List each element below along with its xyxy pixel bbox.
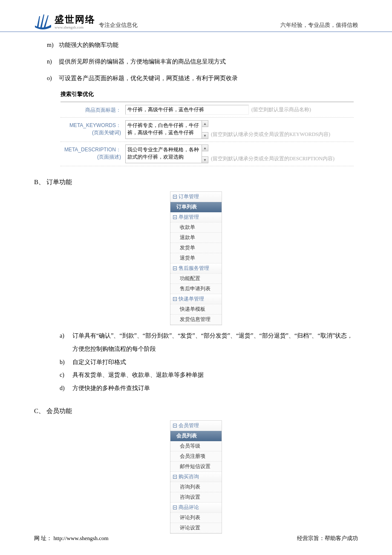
collapse-icon <box>173 297 177 301</box>
list-text: 功能强大的购物车功能 <box>59 40 358 49</box>
scroll-up-icon[interactable]: ▲ <box>202 145 208 151</box>
scroll-down-icon[interactable]: ▼ <box>202 132 208 139</box>
logo-text: 盛世网络 www.shengsh.com <box>55 13 95 29</box>
collapse-icon <box>173 215 177 219</box>
collapse-icon <box>173 424 177 428</box>
collapse-icon <box>173 266 177 270</box>
list-text: 订单具有“确认”、“到款”、“部分到款”、“发货”、“部分发货”、“退货”、“部… <box>72 330 358 356</box>
list-item: m)功能强大的购物车功能 <box>47 40 358 49</box>
menu-item[interactable]: 退货单 <box>170 253 222 263</box>
list-item: o)可设置各产品页面的标题，优化关键词，网页描述，有利于网页收录 <box>47 74 358 83</box>
menu-group-label: 快递单管理 <box>179 295 204 303</box>
order-menu-panel: 订单管理订单列表单据管理收款单退款单发货单退货单售后服务管理功能配置售后申请列表… <box>170 191 222 325</box>
menu-item[interactable]: 功能配置 <box>170 274 222 284</box>
menu-group[interactable]: 商品评论 <box>170 503 222 513</box>
menu-group[interactable]: 会员管理 <box>170 421 222 431</box>
menu-group-label: 购买咨询 <box>179 473 199 480</box>
seo-label: META_KEYWORDS：(页面关键词) <box>61 120 125 136</box>
list-marker: n) <box>47 57 59 66</box>
menu-group[interactable]: 购买咨询 <box>170 472 222 482</box>
textarea-scroll: ▲ ▼ <box>202 145 208 163</box>
menu-item[interactable]: 收款单 <box>170 223 222 233</box>
menu-group[interactable]: 售后服务管理 <box>170 263 222 274</box>
seo-hint: (留空则默认继承分类或全局设置的DESCRIPTION内容) <box>211 155 334 163</box>
menu-group-label: 商品评论 <box>179 504 199 511</box>
menu-item[interactable]: 售后申请列表 <box>170 284 222 294</box>
seo-label: META_DESCRIPTION：(页面描述) <box>61 145 125 161</box>
menu-group-label: 会员管理 <box>179 422 199 429</box>
menu-group[interactable]: 订单管理 <box>170 192 222 202</box>
list-text: 方便快捷的多种条件查找订单 <box>72 382 358 395</box>
seo-heading: 搜索引擎优化 <box>61 90 358 98</box>
textarea-scroll: ▲ ▼ <box>202 120 208 139</box>
footer-url: 网 址： http://www.shengsh.com <box>34 535 109 542</box>
collapse-icon <box>173 506 177 509</box>
list-item: b)自定义订单打印格式 <box>60 356 358 369</box>
menu-item[interactable]: 评论设置 <box>170 523 222 533</box>
menu-item[interactable]: 咨询列表 <box>170 482 222 492</box>
section-b-heading: B、 订单功能 <box>34 178 358 186</box>
menu-item[interactable]: 邮件短信设置 <box>170 462 222 472</box>
seo-hint: (留空则默认显示商品名称) <box>251 106 311 113</box>
list-item: d)方便快捷的多种条件查找订单 <box>60 382 358 395</box>
collapse-icon <box>173 475 177 479</box>
scroll-down-icon[interactable]: ▼ <box>202 156 208 163</box>
menu-group-label: 订单管理 <box>179 193 199 200</box>
tagline-left: 专注企业信息化 <box>99 21 138 30</box>
menu-item[interactable]: 快递单模板 <box>170 304 222 315</box>
collapse-icon <box>173 195 177 199</box>
page-header: 盛世网络 www.shengsh.com 专注企业信息化 六年经验，专业品质，值… <box>0 0 392 32</box>
list-marker: b) <box>60 356 72 369</box>
page-footer: 网 址： http://www.shengsh.com 经营宗旨：帮助客户成功 <box>34 535 358 542</box>
menu-item[interactable]: 发货信息管理 <box>170 315 222 325</box>
list-marker: a) <box>60 330 72 356</box>
menu-item[interactable]: 会员等级 <box>170 441 222 451</box>
list-item: n)提供所见即所得的编辑器，方便地编辑丰富的商品信息呈现方式 <box>47 57 358 66</box>
logo-name-cn: 盛世网络 <box>55 13 95 26</box>
member-menu-panel: 会员管理会员列表会员等级会员注册项邮件短信设置购买咨询咨询列表咨询设置商品评论评… <box>170 420 222 534</box>
footer-motto: 经营宗旨：帮助客户成功 <box>297 535 358 542</box>
menu-group-label: 售后服务管理 <box>179 265 209 272</box>
list-item: a)订单具有“确认”、“到款”、“部分到款”、“发货”、“部分发货”、“退货”、… <box>60 330 358 356</box>
menu-item[interactable]: 退款单 <box>170 233 222 243</box>
list-marker: o) <box>47 74 59 83</box>
menu-item[interactable]: 会员列表 <box>170 431 222 441</box>
menu-item[interactable]: 发货单 <box>170 243 222 253</box>
list-text: 具有发货单、退货单、收款单、退款单等多种单据 <box>72 369 358 382</box>
section-b-list: a)订单具有“确认”、“到款”、“部分到款”、“发货”、“部分发货”、“退货”、… <box>60 330 358 395</box>
seo-table: 商品页面标题： (留空则默认显示商品名称) META_KEYWORDS：(页面关… <box>61 101 354 166</box>
menu-item[interactable]: 咨询设置 <box>170 492 222 503</box>
seo-title-input[interactable] <box>125 105 249 115</box>
list-marker: m) <box>47 40 59 49</box>
page-body: m)功能强大的购物车功能 n)提供所见即所得的编辑器，方便地编辑丰富的商品信息呈… <box>0 32 392 534</box>
seo-keywords-textarea[interactable] <box>125 120 202 139</box>
seo-row-description: META_DESCRIPTION：(页面描述) ▲ ▼ (留空则默认继承分类或全… <box>61 142 354 166</box>
logo-icon <box>34 13 52 30</box>
list-text: 自定义订单打印格式 <box>72 356 358 369</box>
list-text: 可设置各产品页面的标题，优化关键词，网页描述，有利于网页收录 <box>59 74 358 83</box>
menu-group-label: 单据管理 <box>179 214 199 221</box>
list-text: 提供所见即所得的编辑器，方便地编辑丰富的商品信息呈现方式 <box>59 57 358 66</box>
menu-item[interactable]: 会员注册项 <box>170 451 222 462</box>
scroll-up-icon[interactable]: ▲ <box>202 120 208 127</box>
seo-label: 商品页面标题： <box>61 105 125 114</box>
list-marker: d) <box>60 382 72 395</box>
tagline-right: 六年经验，专业品质，值得信赖 <box>280 21 358 30</box>
list-item: c)具有发货单、退货单、收款单、退款单等多种单据 <box>60 369 358 382</box>
menu-item[interactable]: 评论列表 <box>170 513 222 523</box>
feature-list-top: m)功能强大的购物车功能 n)提供所见即所得的编辑器，方便地编辑丰富的商品信息呈… <box>47 40 358 83</box>
logo: 盛世网络 www.shengsh.com <box>34 13 95 30</box>
menu-item[interactable]: 订单列表 <box>170 202 222 212</box>
seo-row-title: 商品页面标题： (留空则默认显示商品名称) <box>61 102 354 118</box>
list-marker: c) <box>60 369 72 382</box>
menu-group[interactable]: 快递单管理 <box>170 294 222 304</box>
seo-row-keywords: META_KEYWORDS：(页面关键词) ▲ ▼ (留空则默认继承分类或全局设… <box>61 118 354 142</box>
seo-hint: (留空则默认继承分类或全局设置的KEYWORDS内容) <box>211 131 330 139</box>
menu-group[interactable]: 单据管理 <box>170 212 222 223</box>
section-c-heading: C、 会员功能 <box>34 407 358 415</box>
seo-description-textarea[interactable] <box>125 145 202 163</box>
